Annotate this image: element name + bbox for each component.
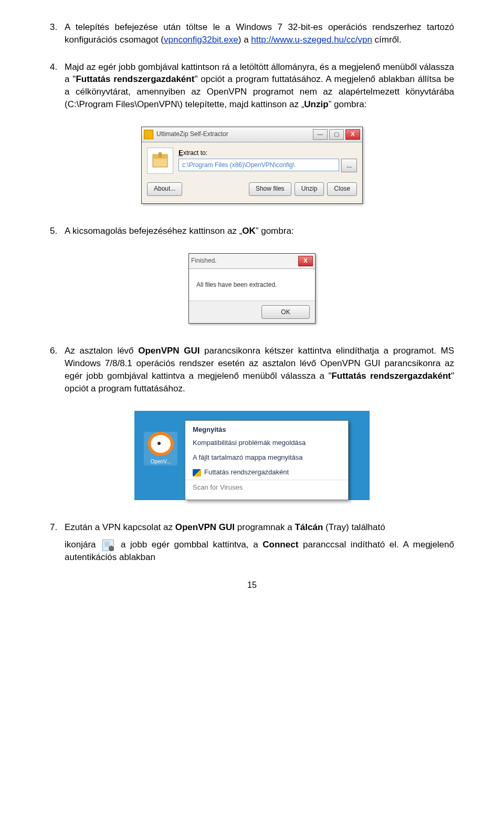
menu-compat[interactable]: Kompatibilitási problémák megoldása (185, 436, 348, 450)
context-menu: Megnyitás Kompatibilitási problémák mego… (185, 420, 349, 500)
step-3-text: A telepítés befejezése után töltse le a … (65, 21, 454, 46)
link-url[interactable]: http://www.u-szeged.hu/cc/vpn (251, 35, 372, 45)
list-number: 3. (50, 21, 65, 46)
list-number: 7. (50, 521, 65, 564)
menu-scan[interactable]: Scan for Viruses (185, 480, 348, 495)
window-title: Finished. (191, 256, 217, 265)
menu-run-admin[interactable]: Futtatás rendszergazdaként (185, 465, 348, 480)
window-title: UltimateZip Self-Extractor (156, 130, 311, 139)
list-number: 4. (50, 61, 65, 111)
showfiles-button[interactable]: Show files (249, 182, 291, 196)
close-button[interactable]: X (345, 129, 360, 140)
step-4-text: Majd az egér jobb gombjával kattintson r… (65, 61, 454, 111)
desktop-contextmenu-screenshot: OpenV... Megnyitás Kompatibilitási probl… (134, 411, 370, 500)
step-5-text: A kicsomagolás befejezéséhez kattinson a… (65, 225, 454, 237)
tray-icon (102, 540, 114, 551)
shortcut-label: OpenV... (151, 458, 171, 465)
maximize-button[interactable]: ▢ (329, 129, 344, 140)
step-6-text: Az asztalon lévő OpenVPN GUI parancsikon… (65, 345, 454, 395)
openvpn-shortcut[interactable]: OpenV... (144, 432, 177, 465)
path-input[interactable]: c:\Program Files (x86)\OpenVPN\config\ (178, 159, 339, 171)
browse-button[interactable]: ... (341, 159, 357, 172)
link-vpnconfig[interactable]: vpnconfig32bit.exe (164, 35, 238, 45)
about-button[interactable]: About... (147, 182, 182, 196)
unzip-button[interactable]: Unzip (295, 182, 324, 196)
finished-dialog: Finished. X All files have been extracte… (188, 253, 316, 324)
list-number: 5. (50, 225, 65, 237)
page-number: 15 (50, 579, 454, 591)
openvpn-icon (148, 432, 174, 456)
menu-open-folder[interactable]: A fájlt tartalmazó mappa megnyitása (185, 450, 348, 465)
minimize-button[interactable]: — (313, 129, 328, 140)
shield-icon (193, 469, 201, 476)
svg-rect-2 (159, 152, 162, 158)
close-button[interactable]: X (298, 256, 313, 266)
sfx-icon (144, 130, 153, 139)
ok-button[interactable]: OK (261, 305, 310, 319)
step-7-text: Ezután a VPN kapcsolat az OpenVPN GUI pr… (65, 521, 454, 564)
close-button[interactable]: Close (327, 182, 357, 196)
extractor-dialog: UltimateZip Self-Extractor — ▢ X EExtrac… (141, 127, 363, 204)
menu-open[interactable]: Megnyitás (185, 423, 348, 436)
list-number: 6. (50, 345, 65, 395)
archive-icon (147, 148, 173, 174)
dialog-message: All files have been extracted. (189, 269, 315, 301)
extract-label: EExtract to: (178, 149, 357, 158)
